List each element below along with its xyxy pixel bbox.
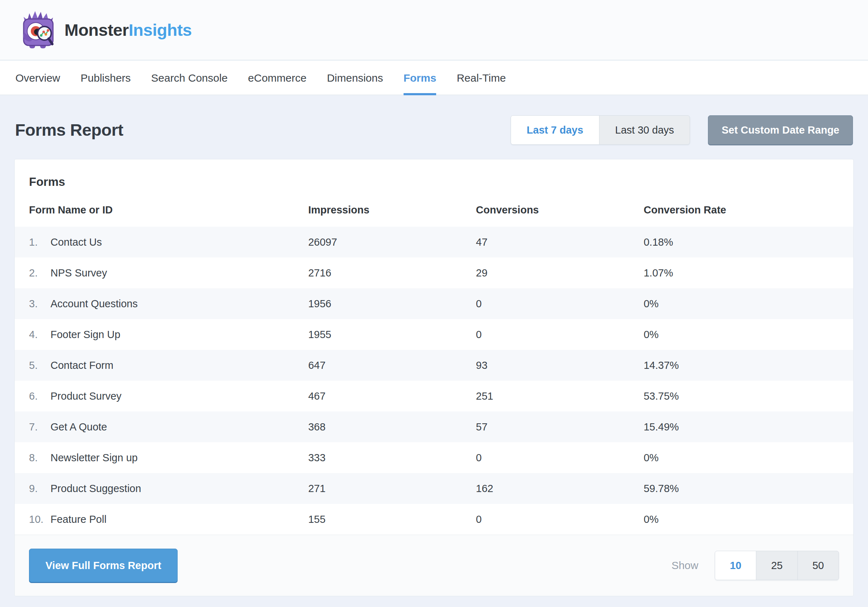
date-controls: Last 7 daysLast 30 days Set Custom Date …: [511, 115, 853, 145]
conversion-rate-cell: 0%: [643, 288, 853, 319]
row-rank: 6.: [29, 390, 51, 402]
forms-card: Forms Form Name or ID Impressions Conver…: [14, 159, 854, 596]
form-name-cell: 3.Account Questions: [15, 288, 308, 319]
conversions-cell: 0: [476, 504, 643, 535]
table-row: 5.Contact Form 647 93 14.37%: [15, 350, 853, 381]
table-row: 10.Feature Poll 155 0 0%: [15, 504, 853, 535]
nav-tab[interactable]: Publishers: [81, 61, 131, 95]
page-content: Forms Report Last 7 daysLast 30 days Set…: [0, 95, 868, 596]
conversion-rate-cell: 14.37%: [643, 350, 853, 381]
form-name: Newsletter Sign up: [51, 452, 138, 463]
impressions-cell: 467: [308, 381, 476, 411]
impressions-cell: 155: [308, 504, 476, 535]
set-custom-date-range-button[interactable]: Set Custom Date Range: [708, 115, 853, 145]
form-name-cell: 7.Get A Quote: [15, 411, 308, 442]
table-row: 1.Contact Us 26097 47 0.18%: [15, 227, 853, 258]
row-rank: 9.: [29, 483, 51, 494]
brand-wordmark: MonsterInsights: [64, 22, 192, 38]
form-name-cell: 6.Product Survey: [15, 381, 308, 411]
row-rank: 7.: [29, 421, 51, 433]
conversions-cell: 29: [476, 258, 643, 288]
table-row: 7.Get A Quote 368 57 15.49%: [15, 411, 853, 442]
report-nav: OverviewPublishersSearch ConsoleeCommerc…: [0, 61, 868, 95]
form-name: Product Suggestion: [51, 483, 141, 494]
site-header: MonsterInsights: [0, 0, 868, 61]
nav-tab[interactable]: eCommerce: [248, 61, 307, 95]
form-name: Footer Sign Up: [51, 329, 120, 340]
page-size-toggle: 102550: [715, 551, 839, 580]
impressions-cell: 271: [308, 473, 476, 504]
forms-table: Form Name or ID Impressions Conversions …: [15, 191, 853, 535]
page-header: Forms Report Last 7 daysLast 30 days Set…: [14, 95, 854, 159]
monster-mascot-icon: [20, 10, 57, 50]
row-rank: 5.: [29, 360, 51, 371]
conversions-cell: 0: [476, 319, 643, 350]
table-row: 4.Footer Sign Up 1955 0 0%: [15, 319, 853, 350]
conversion-rate-cell: 59.78%: [643, 473, 853, 504]
page-title: Forms Report: [15, 120, 123, 140]
conversions-cell: 251: [476, 381, 643, 411]
table-row: 6.Product Survey 467 251 53.75%: [15, 381, 853, 411]
forms-table-body: 1.Contact Us 26097 47 0.18% 2.NPS Survey…: [15, 227, 853, 535]
form-name: Contact Us: [51, 236, 102, 248]
conversions-cell: 93: [476, 350, 643, 381]
conversion-rate-cell: 15.49%: [643, 411, 853, 442]
date-range-option[interactable]: Last 7 days: [511, 116, 599, 144]
impressions-cell: 2716: [308, 258, 476, 288]
form-name: Contact Form: [51, 360, 113, 371]
conversions-cell: 47: [476, 227, 643, 258]
row-rank: 8.: [29, 452, 51, 463]
conversion-rate-cell: 0%: [643, 504, 853, 535]
conversion-rate-cell: 1.07%: [643, 258, 853, 288]
form-name-cell: 2.NPS Survey: [15, 258, 308, 288]
date-range-toggle: Last 7 daysLast 30 days: [511, 115, 690, 145]
column-header-form-name: Form Name or ID: [15, 191, 308, 227]
row-rank: 3.: [29, 298, 51, 309]
page-size-option[interactable]: 50: [797, 551, 839, 580]
column-header-conversions: Conversions: [476, 191, 643, 227]
conversions-cell: 0: [476, 442, 643, 473]
form-name-cell: 4.Footer Sign Up: [15, 319, 308, 350]
conversion-rate-cell: 0%: [643, 442, 853, 473]
impressions-cell: 1955: [308, 319, 476, 350]
form-name: Product Survey: [51, 390, 121, 402]
view-full-forms-report-button[interactable]: View Full Forms Report: [29, 549, 178, 582]
brand-monster: Monster: [64, 20, 129, 39]
row-rank: 10.: [29, 514, 51, 525]
forms-card-footer: View Full Forms Report Show 102550: [15, 535, 853, 596]
nav-tab[interactable]: Forms: [403, 61, 437, 95]
column-header-conversion-rate: Conversion Rate: [643, 191, 853, 227]
date-range-option[interactable]: Last 30 days: [599, 116, 690, 144]
nav-tab[interactable]: Real-Time: [457, 61, 505, 95]
conversions-cell: 0: [476, 288, 643, 319]
form-name: Account Questions: [51, 298, 138, 309]
page-size-option[interactable]: 25: [756, 551, 797, 580]
conversion-rate-cell: 0.18%: [643, 227, 853, 258]
forms-table-head: Form Name or ID Impressions Conversions …: [15, 191, 853, 227]
page-size-control: Show 102550: [671, 551, 839, 580]
table-row: 8.Newsletter Sign up 333 0 0%: [15, 442, 853, 473]
impressions-cell: 1956: [308, 288, 476, 319]
impressions-cell: 647: [308, 350, 476, 381]
page-size-option[interactable]: 10: [715, 551, 756, 580]
form-name-cell: 1.Contact Us: [15, 227, 308, 258]
column-header-impressions: Impressions: [308, 191, 476, 227]
conversions-cell: 57: [476, 411, 643, 442]
nav-tab[interactable]: Dimensions: [327, 61, 383, 95]
form-name: NPS Survey: [51, 267, 107, 279]
nav-tab[interactable]: Search Console: [151, 61, 227, 95]
form-name-cell: 8.Newsletter Sign up: [15, 442, 308, 473]
form-name-cell: 9.Product Suggestion: [15, 473, 308, 504]
nav-tab[interactable]: Overview: [16, 61, 60, 95]
brand-insights: Insights: [129, 20, 192, 39]
table-row: 3.Account Questions 1956 0 0%: [15, 288, 853, 319]
monsterinsights-logo[interactable]: MonsterInsights: [20, 10, 192, 50]
row-rank: 4.: [29, 329, 51, 340]
show-label: Show: [671, 559, 698, 571]
form-name: Get A Quote: [51, 421, 107, 433]
conversion-rate-cell: 53.75%: [643, 381, 853, 411]
form-name-cell: 5.Contact Form: [15, 350, 308, 381]
forms-card-title: Forms: [15, 159, 853, 191]
table-row: 2.NPS Survey 2716 29 1.07%: [15, 258, 853, 288]
form-name-cell: 10.Feature Poll: [15, 504, 308, 535]
